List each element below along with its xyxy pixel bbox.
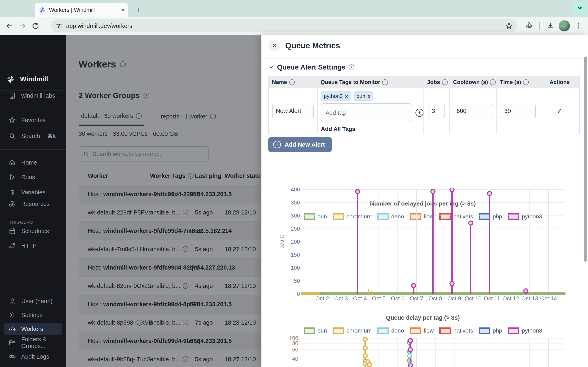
tab-search-button[interactable] bbox=[573, 2, 586, 14]
sidebar-item-audit-logs[interactable]: Audit Logs bbox=[4, 351, 62, 363]
legend-item-python3[interactable]: python3 bbox=[508, 327, 542, 334]
info-icon[interactable] bbox=[183, 246, 189, 252]
chart-legend: bunchromiumdenoflownativetsphppython3 bbox=[270, 327, 576, 334]
svg-text:Oct 11: Oct 11 bbox=[484, 295, 500, 301]
legend-item-nativets[interactable]: nativets bbox=[439, 327, 473, 334]
remove-tag-icon[interactable]: x bbox=[368, 93, 370, 99]
worker-name: wk-default-8p598-CjXVE bbox=[79, 319, 150, 326]
tab-reports-group[interactable]: reports - 1 worker bbox=[158, 113, 218, 125]
svg-text:Oct 13: Oct 13 bbox=[521, 295, 538, 301]
col-name: Name bbox=[272, 79, 287, 85]
legend-swatch bbox=[377, 327, 389, 334]
variables-label: Variables bbox=[21, 189, 45, 196]
info-icon[interactable] bbox=[144, 93, 149, 99]
info-icon[interactable] bbox=[136, 113, 142, 119]
worker-name: wk-default-229df-P5FVd bbox=[79, 209, 150, 216]
browser-menu-icon[interactable] bbox=[572, 19, 585, 33]
info-icon[interactable] bbox=[120, 61, 126, 67]
home-label: Home bbox=[21, 159, 37, 166]
search-input[interactable] bbox=[93, 151, 204, 157]
new-tab-button[interactable]: + bbox=[133, 4, 144, 16]
browser-tab[interactable]: Workers | Windmill × bbox=[35, 3, 128, 17]
back-button[interactable] bbox=[3, 19, 16, 33]
url-text[interactable]: app.windmill.dev/workers bbox=[66, 23, 502, 29]
brand[interactable]: Windmill bbox=[6, 75, 48, 83]
info-icon[interactable] bbox=[183, 320, 189, 325]
sidebar-item-home[interactable]: Home bbox=[4, 157, 62, 168]
worker-group-tabs: default - 30 workers reports - 1 worker bbox=[79, 113, 218, 125]
http-label: HTTP bbox=[21, 242, 37, 249]
confirm-alert-button[interactable]: ✓ bbox=[556, 106, 563, 115]
host-name: Host: windmill-workers-9fdfc99d4-9b88q bbox=[79, 338, 190, 344]
legend-item-bun[interactable]: bun bbox=[303, 327, 327, 334]
sidebar-item-http[interactable]: HTTP bbox=[4, 240, 62, 252]
host-name: Host: windmill-workers-9fdfc99d4-8p598 bbox=[79, 301, 190, 308]
sidebar-item-favorites[interactable]: Favorites bbox=[4, 114, 62, 126]
sidebar-item-workers[interactable]: Workers bbox=[4, 323, 62, 335]
sidebar-item-runs[interactable]: Runs bbox=[4, 171, 62, 183]
chevron-down-icon bbox=[268, 65, 274, 70]
url-bar[interactable]: app.windmill.dev/workers bbox=[52, 19, 517, 33]
jobs-input[interactable] bbox=[429, 104, 445, 118]
add-new-alert-label: Add New Alert bbox=[285, 141, 325, 148]
info-icon[interactable] bbox=[490, 79, 496, 85]
home-icon bbox=[9, 159, 16, 166]
add-tag-input[interactable] bbox=[321, 103, 412, 122]
reload-button[interactable] bbox=[29, 19, 42, 33]
bookmark-star-icon[interactable] bbox=[505, 22, 513, 30]
info-icon[interactable] bbox=[349, 64, 355, 70]
tab-default-group[interactable]: default - 30 workers bbox=[79, 113, 144, 125]
workspace-label: windmill-labs bbox=[21, 92, 55, 99]
cooldown-input[interactable] bbox=[453, 104, 493, 118]
sidebar-item-workspace[interactable]: windmill-labs bbox=[4, 90, 62, 101]
alert-name-input[interactable] bbox=[272, 104, 314, 118]
info-icon[interactable] bbox=[523, 79, 529, 85]
last-ping: 4s ago bbox=[195, 283, 225, 289]
legend-item-php[interactable]: php bbox=[479, 327, 502, 334]
sidebar-item-search[interactable]: Search ⌘k bbox=[4, 130, 62, 142]
svg-text:Oct 12: Oct 12 bbox=[502, 295, 519, 301]
forward-button[interactable] bbox=[16, 19, 29, 33]
queue-alert-settings-header[interactable]: Queue Alert Settings bbox=[268, 63, 355, 71]
site-settings-icon[interactable] bbox=[56, 22, 62, 29]
legend-label: flow bbox=[424, 327, 434, 334]
col-actions: Actions bbox=[549, 79, 570, 85]
extensions-icon[interactable] bbox=[523, 19, 536, 33]
last-ping: 5s ago bbox=[195, 209, 225, 216]
add-new-alert-button[interactable]: + Add New Alert bbox=[268, 137, 332, 152]
sidebar-item-settings[interactable]: Settings bbox=[4, 309, 62, 321]
sidebar-item-resources[interactable]: Resources bbox=[4, 198, 62, 210]
svg-text:50: 50 bbox=[294, 278, 300, 284]
legend-item-chromium[interactable]: chromium bbox=[333, 327, 372, 334]
host-name: Host: windmill-workers-9fdfc99d4-82qrv bbox=[79, 264, 190, 271]
info-icon[interactable] bbox=[210, 114, 216, 119]
remove-tag-icon[interactable]: x bbox=[345, 93, 348, 99]
sidebar-item-user[interactable]: User (henri) bbox=[4, 295, 62, 307]
info-icon[interactable] bbox=[442, 79, 448, 85]
time-input[interactable] bbox=[501, 104, 536, 118]
legend-swatch bbox=[303, 327, 315, 334]
tab-close-icon[interactable]: × bbox=[121, 7, 125, 13]
info-icon[interactable] bbox=[183, 356, 189, 362]
info-icon[interactable] bbox=[188, 173, 194, 179]
drawer-scrollbar[interactable] bbox=[584, 57, 587, 262]
profile-avatar[interactable] bbox=[559, 20, 570, 32]
info-icon[interactable] bbox=[183, 210, 189, 215]
info-icon[interactable] bbox=[289, 79, 295, 85]
legend-item-deno[interactable]: deno bbox=[377, 327, 404, 334]
info-icon[interactable] bbox=[382, 79, 388, 85]
col-worker: Worker bbox=[79, 173, 150, 179]
add-all-tags-link[interactable]: Add All Tags bbox=[321, 126, 424, 132]
info-icon[interactable] bbox=[183, 283, 189, 289]
sidebar-item-folders-groups[interactable]: Folders & Groups... bbox=[4, 337, 62, 349]
svg-text:Oct 14: Oct 14 bbox=[540, 295, 557, 301]
sidebar-item-schedules[interactable]: Schedules bbox=[4, 225, 62, 237]
add-tag-button[interactable]: + bbox=[415, 109, 424, 117]
sidebar-item-variables[interactable]: Variables bbox=[4, 186, 62, 198]
col-last-ping: Last ping bbox=[195, 173, 225, 179]
close-drawer-button[interactable]: ✕ bbox=[268, 40, 280, 51]
downloads-icon[interactable] bbox=[544, 19, 557, 33]
worker-started: 18:28 12/10 bbox=[225, 319, 256, 326]
legend-item-flow[interactable]: flow bbox=[410, 327, 434, 334]
worker-search[interactable] bbox=[79, 146, 209, 161]
